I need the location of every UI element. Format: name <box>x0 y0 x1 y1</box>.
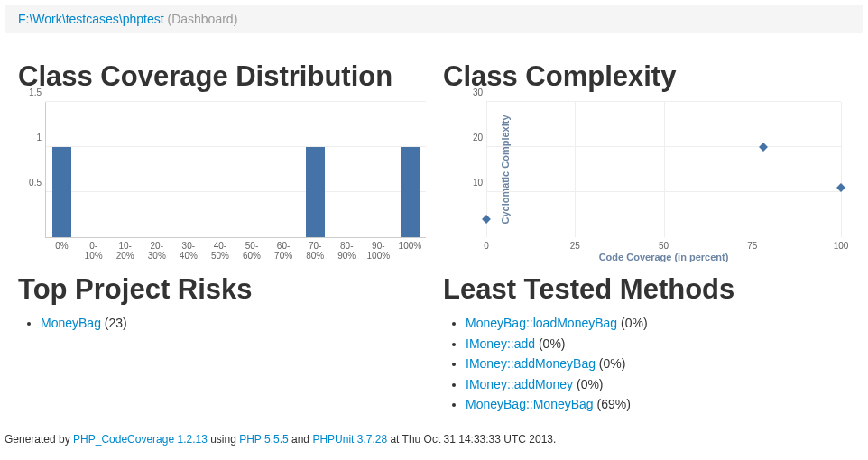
chart-complexity: Cyclomatic Complexity Code Coverage (in … <box>443 102 850 264</box>
method-list: MoneyBag::loadMoneyBag (0%)IMoney::add (… <box>443 315 850 414</box>
scatter-xtick: 25 <box>570 241 580 251</box>
bar-xtick: 0- 10% <box>85 241 103 261</box>
scatter-point <box>482 215 491 224</box>
scatter-xlabel: Code Coverage (in percent) <box>599 252 729 262</box>
bar-xtick: 20- 30% <box>148 241 166 261</box>
scatter-xtick: 0 <box>484 241 489 251</box>
bar-xtick: 40- 50% <box>211 241 229 261</box>
bar-ytick: 1 <box>23 133 42 143</box>
scatter-point <box>759 143 768 152</box>
scatter-ytick: 20 <box>466 133 483 143</box>
bar <box>52 147 71 237</box>
scatter-xtick: 75 <box>747 241 757 251</box>
bar-xtick: 100% <box>399 241 422 251</box>
bar <box>306 147 325 237</box>
scatter-ylabel: Cyclomatic Complexity <box>500 115 511 224</box>
list-item: IMoney::addMoney (0%) <box>466 376 850 394</box>
footer-lib-link[interactable]: PHP_CodeCoverage 1.2.13 <box>73 433 208 446</box>
bar-xtick: 0% <box>55 241 68 251</box>
list-item: MoneyBag::MoneyBag (69%) <box>466 396 850 414</box>
bar-xtick: 60- 70% <box>274 241 292 261</box>
method-link[interactable]: MoneyBag::loadMoneyBag <box>466 316 617 330</box>
breadcrumb: F:\Work\testcases\phptest (Dashboard) <box>5 5 863 33</box>
bar-xtick: 90- 100% <box>367 241 391 261</box>
breadcrumb-path[interactable]: F:\Work\testcases\phptest <box>18 12 164 26</box>
heading-complexity: Class Complexity <box>443 60 850 93</box>
bar-ytick: 1.5 <box>23 87 42 97</box>
bar-xtick: 70- 80% <box>306 241 324 261</box>
scatter-xtick: 100 <box>834 241 849 251</box>
bar-xtick: 30- 40% <box>180 241 198 261</box>
scatter-xtick: 50 <box>659 241 669 251</box>
bar-xtick: 80- 90% <box>337 241 356 261</box>
bar <box>401 147 420 237</box>
footer-phpunit-link[interactable]: PHPUnit 3.7.28 <box>312 433 387 446</box>
footer-php-link[interactable]: PHP 5.5.5 <box>239 433 288 446</box>
chart-coverage-dist: 0.511.50%0- 10%10- 20%20- 30%30- 40%40- … <box>18 102 425 264</box>
list-item: MoneyBag::loadMoneyBag (0%) <box>466 315 850 333</box>
method-link[interactable]: IMoney::add <box>466 336 535 351</box>
scatter-ytick: 30 <box>466 87 483 97</box>
heading-coverage-dist: Class Coverage Distribution <box>18 60 425 93</box>
risk-link[interactable]: MoneyBag <box>41 316 101 330</box>
bar-ytick: 0.5 <box>23 178 42 188</box>
method-link[interactable]: IMoney::addMoneyBag <box>466 356 596 371</box>
list-item: IMoney::add (0%) <box>466 336 850 354</box>
heading-least-tested: Least Tested Methods <box>443 273 850 306</box>
breadcrumb-page: (Dashboard) <box>167 12 237 26</box>
scatter-ytick: 10 <box>466 178 483 188</box>
method-link[interactable]: MoneyBag::MoneyBag <box>466 397 594 411</box>
bar-xtick: 10- 20% <box>116 241 134 261</box>
bar-xtick: 50- 60% <box>243 241 261 261</box>
heading-risks: Top Project Risks <box>18 273 425 306</box>
footer: Generated by PHP_CodeCoverage 1.2.13 usi… <box>0 417 868 450</box>
risk-list: MoneyBag (23) <box>18 315 425 333</box>
method-link[interactable]: IMoney::addMoney <box>466 377 573 391</box>
list-item: IMoney::addMoneyBag (0%) <box>466 355 850 373</box>
list-item: MoneyBag (23) <box>41 315 425 333</box>
